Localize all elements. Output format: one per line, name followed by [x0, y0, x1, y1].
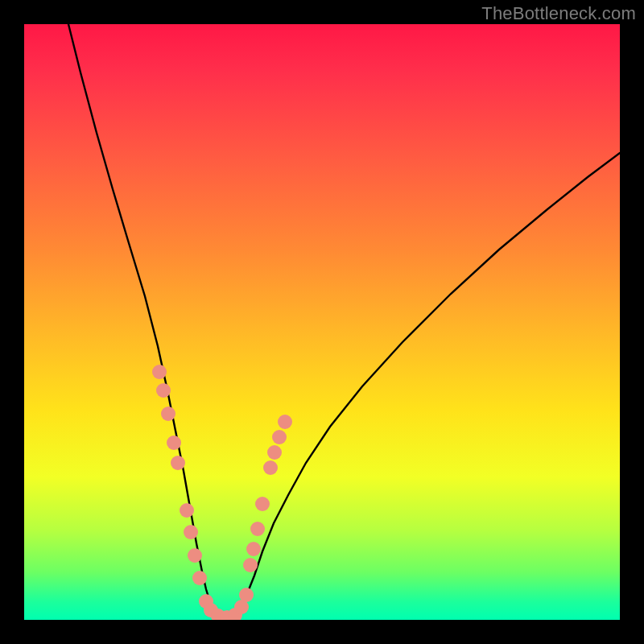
- curve-right-branch: [240, 153, 620, 612]
- marker-right-6: [246, 542, 261, 556]
- marker-right-5: [250, 522, 265, 536]
- marker-left-3: [167, 436, 181, 450]
- marker-left-6: [184, 525, 198, 539]
- curve-left-branch: [68, 24, 214, 612]
- bottleneck-curve: [68, 24, 620, 617]
- marker-left-1: [156, 383, 171, 398]
- marker-right-2: [267, 445, 282, 460]
- marker-bottom-6: [239, 588, 254, 602]
- marker-dots: [152, 365, 292, 620]
- marker-left-8: [192, 571, 207, 585]
- marker-right-7: [243, 558, 258, 572]
- marker-right-1: [272, 430, 287, 444]
- gradient-plot-area: [24, 24, 620, 620]
- marker-right-4: [255, 497, 270, 511]
- marker-left-5: [180, 503, 194, 518]
- marker-left-7: [188, 548, 202, 563]
- outer-black-frame: TheBottleneck.com: [0, 0, 644, 644]
- marker-left-4: [171, 456, 185, 470]
- curve-overlay: [24, 24, 620, 620]
- marker-right-3: [263, 460, 278, 475]
- marker-left-0: [152, 365, 167, 379]
- marker-right-0: [278, 415, 292, 429]
- marker-left-2: [161, 407, 175, 421]
- watermark-text: TheBottleneck.com: [481, 3, 636, 24]
